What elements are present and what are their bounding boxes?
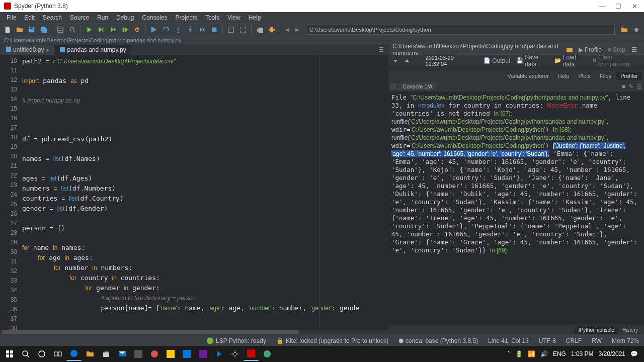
tray-lang-icon[interactable]: ENG <box>553 350 566 357</box>
console-output[interactable]: File "C:\Users\awumb\Desktop\Projects\Co… <box>388 92 644 325</box>
taskbar-app1[interactable] <box>131 347 146 361</box>
taskbar-settings[interactable] <box>227 347 243 361</box>
taskbar-app2[interactable] <box>147 347 162 361</box>
cortana-button[interactable] <box>34 347 49 361</box>
tab-help[interactable]: Help <box>554 72 574 80</box>
toolbar: ◄ ► C:\Users\awumb\Desktop\Projects\Codi… <box>0 23 644 36</box>
tray-date[interactable]: 3/20/2021 <box>599 350 625 357</box>
code-editor[interactable]: 1011121314151617181920212223242526272829… <box>0 55 388 330</box>
debug-button[interactable] <box>148 24 159 35</box>
menu-tools[interactable]: Tools <box>202 13 223 22</box>
svg-rect-13 <box>212 27 217 32</box>
expand-icon[interactable] <box>404 58 410 64</box>
save-button[interactable] <box>26 24 37 35</box>
menu-view[interactable]: View <box>224 13 244 22</box>
run-cell-advance-button[interactable] <box>108 24 119 35</box>
continue-button[interactable] <box>197 24 208 35</box>
save-data-button[interactable]: 💾 Save data <box>516 54 548 68</box>
stop-button[interactable]: ■ Stop <box>605 46 628 54</box>
collapse-icon[interactable] <box>392 58 398 64</box>
clear-console-icon[interactable]: ✎ <box>628 83 633 90</box>
tab-untitled[interactable]: untitled0.py● <box>1 45 54 55</box>
taskbar-app6[interactable] <box>211 347 226 361</box>
back-button[interactable]: ◄ <box>283 25 292 35</box>
tab-variable-explorer[interactable]: Variable explorer <box>503 72 552 80</box>
cell-mode-button[interactable] <box>55 24 66 35</box>
console-tab[interactable]: Console 1/A <box>398 82 437 90</box>
system-tray[interactable]: ˄ 🔋 📶 🔊 ENG 1:03 PM 3/20/2021 💬 <box>507 350 642 357</box>
menu-search[interactable]: Search <box>39 13 65 22</box>
start-button[interactable] <box>2 347 17 361</box>
forward-button[interactable]: ► <box>293 25 302 35</box>
menu-projects[interactable]: Projects <box>172 13 201 22</box>
pythonpath-button[interactable] <box>266 24 277 35</box>
editor-hscrollbar[interactable] <box>0 330 388 335</box>
taskbar-store[interactable] <box>99 347 114 361</box>
menu-consoles[interactable]: Consoles <box>138 13 171 22</box>
tray-chevron-icon[interactable]: ˄ <box>507 350 510 357</box>
save-all-button[interactable] <box>38 24 49 35</box>
parent-dir-button[interactable] <box>631 24 642 35</box>
panel-menu-icon[interactable]: ☰ <box>628 46 640 54</box>
stop-debug-button[interactable] <box>209 24 220 35</box>
svg-rect-32 <box>183 350 191 358</box>
step-into-button[interactable] <box>173 24 184 35</box>
run-cell-button[interactable] <box>96 24 107 35</box>
taskbar-app5[interactable] <box>195 347 210 361</box>
menu-source[interactable]: Source <box>66 13 93 22</box>
code-area[interactable]: path2 = r"C:\Users\awumb\Desktop\Project… <box>22 55 388 330</box>
step-over-button[interactable] <box>160 24 172 35</box>
maximize-button[interactable]: ☐ <box>615 3 622 10</box>
tab-plots[interactable]: Plots <box>574 72 594 80</box>
clear-comparison-button[interactable]: ✖ Clear comparison <box>592 54 640 68</box>
tab-profiler[interactable]: Profiler <box>616 72 642 80</box>
taskbar-app3[interactable] <box>163 347 178 361</box>
tab-menu-icon[interactable]: ☰ <box>375 46 387 53</box>
browse-dir-button[interactable] <box>619 24 630 35</box>
taskbar-app4[interactable] <box>179 347 194 361</box>
svg-rect-18 <box>6 350 9 353</box>
tray-notifications-icon[interactable]: 💬 <box>630 350 638 357</box>
menu-debug[interactable]: Debug <box>113 13 137 22</box>
console-menu-icon[interactable]: ☰ <box>636 83 642 90</box>
max-panel-button[interactable] <box>225 24 236 35</box>
menu-help[interactable]: Help <box>245 13 265 22</box>
find-button[interactable] <box>67 24 78 35</box>
tray-time[interactable]: 1:03 PM <box>571 350 594 357</box>
svg-rect-35 <box>247 349 255 357</box>
working-directory[interactable]: C:\Users\awumb\Desktop\Projects\Coding\p… <box>306 25 615 35</box>
step-out-button[interactable] <box>185 24 196 35</box>
tray-battery-icon[interactable]: 🔋 <box>515 350 523 357</box>
open-file-button[interactable] <box>14 24 25 35</box>
close-button[interactable]: ✕ <box>631 3 638 10</box>
taskbar-chrome[interactable] <box>260 347 275 361</box>
menu-run[interactable]: Run <box>94 13 112 22</box>
rerun-button[interactable] <box>132 24 143 35</box>
profile-button[interactable]: ▶ Profile <box>576 46 605 54</box>
taskbar[interactable]: ˄ 🔋 📶 🔊 ENG 1:03 PM 3/20/2021 💬 <box>0 346 644 362</box>
load-data-button[interactable]: 📂 Load data <box>554 54 586 68</box>
tray-volume-icon[interactable]: 🔊 <box>540 350 548 357</box>
stop-console-icon[interactable]: ■ <box>622 83 625 90</box>
taskbar-mail[interactable] <box>115 347 130 361</box>
taskbar-explorer[interactable] <box>83 347 98 361</box>
tab-history[interactable]: History <box>618 326 642 334</box>
minimize-button[interactable]: — <box>599 3 606 10</box>
new-file-button[interactable] <box>2 24 13 35</box>
tab-pandas-numpy[interactable]: pandas and numpy.py <box>55 45 131 55</box>
menu-edit[interactable]: Edit <box>21 13 38 22</box>
taskbar-edge[interactable] <box>66 347 82 361</box>
menu-file[interactable]: File <box>3 13 20 22</box>
fullscreen-button[interactable] <box>237 24 249 35</box>
browse-icon[interactable] <box>564 46 576 53</box>
run-button[interactable] <box>84 24 95 35</box>
run-selection-button[interactable] <box>120 24 131 35</box>
search-button[interactable] <box>18 347 33 361</box>
tab-files[interactable]: Files <box>596 72 615 80</box>
tray-wifi-icon[interactable]: 📶 <box>528 350 535 357</box>
taskview-button[interactable] <box>50 347 65 361</box>
taskbar-spyder[interactable] <box>244 347 259 361</box>
tab-ipython-console[interactable]: IPython console <box>575 326 618 334</box>
preferences-button[interactable] <box>254 24 265 35</box>
output-button[interactable]: 📄 Output <box>484 57 510 64</box>
